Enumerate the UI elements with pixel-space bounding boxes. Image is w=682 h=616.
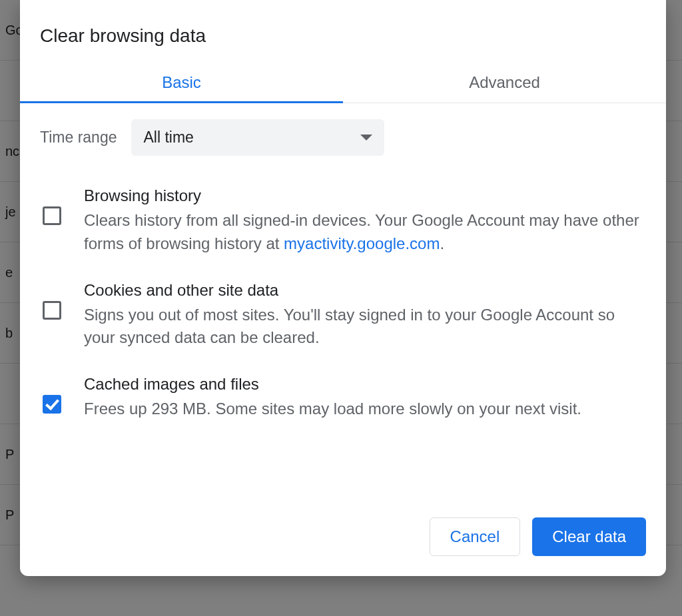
option-checkbox[interactable] xyxy=(43,395,61,414)
option-description-text: . xyxy=(440,234,444,252)
cancel-button[interactable]: Cancel xyxy=(430,517,521,556)
option-text: Cookies and other site dataSigns you out… xyxy=(84,281,646,350)
option-checkbox[interactable] xyxy=(43,206,61,225)
option-description-link[interactable]: myactivity.google.com xyxy=(284,234,440,252)
option-row: Cached images and filesFrees up 293 MB. … xyxy=(40,375,646,421)
tab-advanced[interactable]: Advanced xyxy=(343,65,666,103)
option-description: Clears history from all signed-in device… xyxy=(84,209,646,256)
time-range-select[interactable]: All time xyxy=(131,119,384,156)
option-text: Browsing historyClears history from all … xyxy=(84,186,646,256)
clear-browsing-data-dialog: Clear browsing data BasicAdvanced Time r… xyxy=(20,0,666,576)
option-row: Cookies and other site dataSigns you out… xyxy=(40,281,646,350)
caret-down-icon xyxy=(360,135,372,141)
option-title: Cookies and other site data xyxy=(84,281,646,300)
option-title: Cached images and files xyxy=(84,375,646,394)
dialog-body: Time range All time Browsing historyClea… xyxy=(20,103,666,441)
option-text: Cached images and filesFrees up 293 MB. … xyxy=(84,375,646,421)
tab-basic[interactable]: Basic xyxy=(20,65,343,103)
option-title: Browsing history xyxy=(84,186,646,205)
tab-bar: BasicAdvanced xyxy=(20,65,666,103)
clear-data-button[interactable]: Clear data xyxy=(532,517,646,556)
option-row: Browsing historyClears history from all … xyxy=(40,186,646,256)
option-description-text: Frees up 293 MB. Some sites may load mor… xyxy=(84,400,581,418)
time-range-value: All time xyxy=(143,129,193,147)
time-range-label: Time range xyxy=(40,129,117,147)
option-checkbox[interactable] xyxy=(43,301,61,320)
option-description: Signs you out of most sites. You'll stay… xyxy=(84,304,646,350)
option-description: Frees up 293 MB. Some sites may load mor… xyxy=(84,398,646,421)
dialog-title: Clear browsing data xyxy=(20,0,666,65)
dialog-button-row: Cancel Clear data xyxy=(20,441,666,576)
option-description-text: Signs you out of most sites. You'll stay… xyxy=(84,306,615,347)
time-range-row: Time range All time xyxy=(40,119,646,156)
